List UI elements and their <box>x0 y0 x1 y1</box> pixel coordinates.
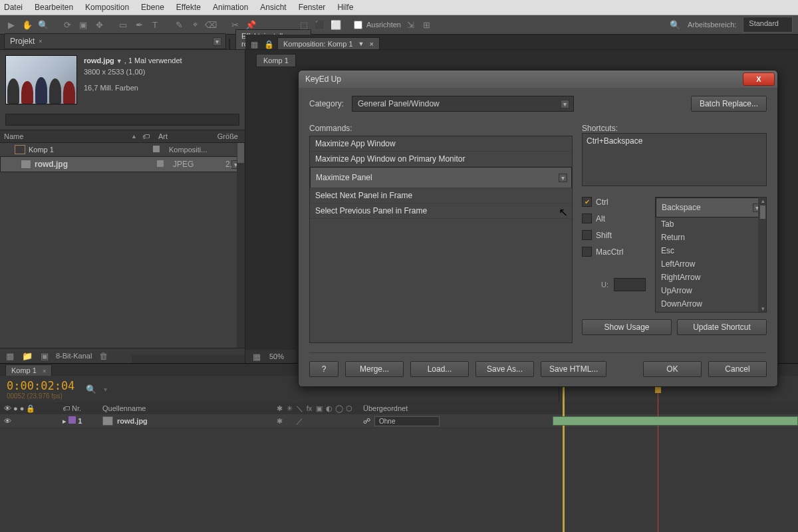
project-row[interactable]: Komp 1 Kompositi... <box>0 143 245 156</box>
update-shortcut-button[interactable]: Update Shortcut <box>677 319 767 335</box>
key-item[interactable]: RightArrow <box>656 271 766 284</box>
save-html-button[interactable]: Save HTML... <box>541 361 606 377</box>
ok-button[interactable]: OK <box>643 361 702 377</box>
tab-project[interactable]: Projekt× <box>4 33 226 49</box>
dropdown-icon[interactable]: ▼ <box>116 58 122 65</box>
load-button[interactable]: Load... <box>410 361 469 377</box>
anchor-tool-icon[interactable]: ✥ <box>93 19 105 31</box>
command-item[interactable]: Maximize Panel <box>310 167 572 188</box>
menu-window[interactable]: Fenster <box>299 3 326 12</box>
key-item[interactable]: Tab <box>656 217 766 231</box>
grid-icon[interactable]: ▦ <box>251 350 263 362</box>
sort-icon[interactable]: ▲ <box>131 133 137 140</box>
zoom-tool-icon[interactable]: 🔍 <box>37 19 49 31</box>
h-scrollbar[interactable] <box>132 355 245 363</box>
selection-tool-icon[interactable]: ▶ <box>5 19 17 31</box>
search-icon[interactable]: 🔍 <box>669 19 681 31</box>
camera-tool-icon[interactable]: ▣ <box>77 19 89 31</box>
playhead[interactable] <box>658 376 658 532</box>
keys-list[interactable]: Backspace Tab Return Esc LeftArrow Right… <box>655 197 767 313</box>
project-list[interactable]: Komp 1 Kompositi... rowd.jpg JPEG 2, <box>0 143 245 348</box>
shift-checkbox[interactable]: Shift <box>582 230 646 240</box>
alt-checkbox[interactable]: Alt <box>582 213 646 223</box>
folder-icon[interactable]: 📁 <box>21 350 33 362</box>
panel-menu-icon[interactable]: ▦ <box>251 40 260 49</box>
timeline-layer-row[interactable]: 👁 ▸ 1 rowd.jpg ✱／ ☍Ohne <box>0 414 798 428</box>
workarea-start[interactable] <box>563 386 565 532</box>
close-icon[interactable]: × <box>369 40 373 48</box>
key-item[interactable]: Esc <box>656 244 766 257</box>
eraser-tool-icon[interactable]: ⌫ <box>205 19 217 31</box>
grid-icon[interactable]: ⊞ <box>421 19 433 31</box>
stamp-tool-icon[interactable]: ⌖ <box>189 19 201 31</box>
comp-new-icon[interactable]: ▣ <box>39 350 51 362</box>
key-item[interactable]: DownArrow <box>656 297 766 311</box>
key-item[interactable]: Return <box>656 231 766 244</box>
hand-tool-icon[interactable]: ✋ <box>21 19 33 31</box>
layer-color[interactable] <box>68 416 76 424</box>
command-item[interactable]: Select Next Panel in Frame <box>310 188 572 203</box>
zoom-level[interactable]: 50% <box>269 352 284 360</box>
shortcut-display[interactable]: Ctrl+Backspace <box>582 133 767 186</box>
save-as-button[interactable]: Save As... <box>475 361 534 377</box>
rotate-tool-icon[interactable]: ⟳ <box>61 19 73 31</box>
timecode[interactable]: 0:00:02:04 <box>7 379 74 392</box>
menu-help[interactable]: Hilfe <box>337 3 353 12</box>
commands-list[interactable]: Maximize App Window Maximize App Window … <box>309 136 573 343</box>
close-button[interactable]: X <box>743 72 775 86</box>
pickwhip-icon[interactable]: ☍ <box>363 417 370 426</box>
lock-icon[interactable]: 🔒 <box>264 40 273 49</box>
align-checkbox[interactable] <box>354 21 362 29</box>
workspace-select[interactable]: Standard <box>743 17 793 33</box>
u-field[interactable] <box>614 278 646 291</box>
parent-select[interactable]: Ohne <box>374 416 440 426</box>
axis-world-icon[interactable]: ⬛ <box>314 19 326 31</box>
close-icon[interactable]: × <box>39 38 42 45</box>
axis-view-icon[interactable]: ⬜ <box>330 19 342 31</box>
command-item[interactable]: Select Previous Panel in Frame <box>310 203 572 219</box>
scrollbar[interactable]: ▴▾ <box>758 198 766 312</box>
trash-icon[interactable]: 🗑 <box>97 350 109 362</box>
text-tool-icon[interactable]: T <box>149 19 161 31</box>
rect-tool-icon[interactable]: ▭ <box>117 19 129 31</box>
project-row[interactable]: rowd.jpg JPEG 2, <box>0 156 245 172</box>
command-item[interactable]: Maximize App Window <box>310 136 572 152</box>
help-button[interactable]: ? <box>309 361 338 377</box>
category-select[interactable]: General Panel/Window <box>352 96 574 112</box>
show-usage-button[interactable]: Show Usage <box>582 319 672 335</box>
brush-tool-icon[interactable]: ✎ <box>173 19 185 31</box>
key-item[interactable]: LeftArrow <box>656 257 766 271</box>
command-item[interactable]: Maximize App Window on Primary Monitor <box>310 152 572 167</box>
menu-animation[interactable]: Animation <box>213 3 248 12</box>
dialog-titlebar[interactable]: KeyEd Up X <box>299 70 777 88</box>
menu-file[interactable]: Datei <box>4 3 23 12</box>
merge-button[interactable]: Merge... <box>345 361 404 377</box>
tab-composition[interactable]: Komposition: Komp 1▼× <box>277 37 380 49</box>
batch-replace-button[interactable]: Batch Replace... <box>691 96 767 112</box>
image-icon <box>102 416 113 426</box>
project-search-input[interactable] <box>5 114 239 126</box>
dropdown-icon[interactable]: ▼ <box>358 41 364 47</box>
ctrl-checkbox[interactable]: Ctrl <box>582 197 646 207</box>
menu-effects[interactable]: Effekte <box>176 3 201 12</box>
comp-name-tab[interactable]: Komp 1 <box>256 54 296 67</box>
close-icon[interactable]: × <box>43 368 46 374</box>
layer-bar[interactable] <box>553 416 798 426</box>
menu-layer[interactable]: Ebene <box>141 3 164 12</box>
search-icon[interactable]: 🔍 <box>85 383 97 395</box>
menu-composition[interactable]: Komposition <box>85 3 129 12</box>
macctrl-checkbox[interactable]: MacCtrl <box>582 247 646 257</box>
menu-edit[interactable]: Bearbeiten <box>35 3 73 12</box>
timeline-tab[interactable]: Komp 1 × <box>5 364 52 376</box>
cancel-button[interactable]: Cancel <box>708 361 767 377</box>
key-item[interactable]: UpArrow <box>656 284 766 297</box>
bitdepth-label[interactable]: 8-Bit-Kanal <box>56 352 92 360</box>
pen-tool-icon[interactable]: ✒ <box>133 19 145 31</box>
snap-icon[interactable]: ⇲ <box>405 19 417 31</box>
eye-icon[interactable]: 👁 <box>4 404 11 412</box>
visibility-toggle[interactable]: 👁 <box>4 417 11 425</box>
key-item[interactable]: Backspace <box>656 198 766 217</box>
interpret-icon[interactable]: ▦ <box>4 350 16 362</box>
menu-view[interactable]: Ansicht <box>260 3 286 12</box>
scrollbar[interactable] <box>237 143 245 348</box>
